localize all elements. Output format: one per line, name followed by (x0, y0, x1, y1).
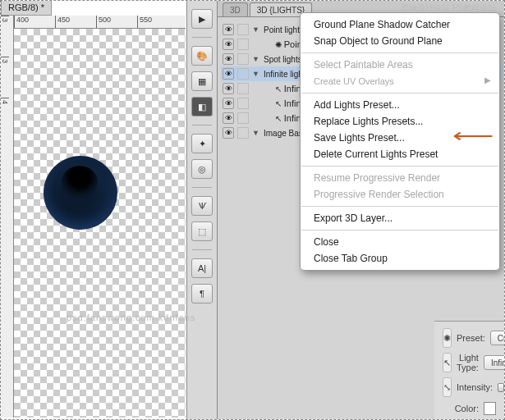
cube-icon[interactable]: ⬚ (191, 221, 213, 241)
light-preset-icon[interactable]: ✺ (443, 328, 452, 348)
type-a-icon[interactable]: A| (191, 258, 213, 278)
menu-separator (301, 166, 498, 167)
intensity-label: Intensity: (457, 382, 493, 392)
visibility-icon[interactable]: 👁 (223, 53, 234, 65)
ruler-tick: 550 (137, 16, 178, 28)
preset-select[interactable]: Custom (490, 331, 505, 345)
circle-icon[interactable]: ◎ (191, 159, 213, 179)
disclosure-icon[interactable]: ▼ (252, 25, 260, 34)
color-label: Color: (455, 404, 479, 413)
menu-close[interactable]: Close (301, 234, 499, 250)
vertical-toolbar: ▶ 🎨 ▦ ◧ ✦ ◎ Ѱ ⬚ A| ¶ (186, 1, 218, 419)
annotation-arrow-icon: ⟵ (452, 126, 494, 147)
watermark-top-text: 思缘设计论坛 PS教程论坛 (401, 2, 496, 14)
visibility-icon[interactable]: 👁 (223, 24, 234, 35)
slider-thumb[interactable] (498, 383, 504, 392)
visibility-icon[interactable]: 👁 (223, 83, 234, 94)
menu-separator (301, 93, 498, 94)
light-type-select[interactable]: Infinite (484, 355, 505, 370)
document-tab[interactable]: RGB/8) * (1, 1, 52, 16)
light-aim-icon[interactable]: ⤡ (443, 377, 452, 397)
disclosure-icon[interactable]: ▼ (252, 55, 260, 63)
tab-3d[interactable]: 3D (223, 2, 248, 16)
visibility-icon[interactable]: 👁 (223, 39, 234, 50)
preset-label: Preset: (457, 333, 485, 343)
disclosure-icon[interactable]: ▼ (252, 129, 260, 137)
grid-icon[interactable]: ▦ (191, 71, 213, 91)
visibility-icon[interactable]: 👁 (223, 68, 234, 80)
paragraph-icon[interactable]: ¶ (191, 284, 213, 304)
canvas-checkerboard[interactable] (14, 29, 186, 418)
disclosure-icon[interactable]: ▼ (252, 70, 260, 78)
ruler-tick: 450 (55, 16, 96, 28)
ruler-tick: 4 (1, 98, 9, 139)
submenu-arrow-icon: ▶ (484, 75, 491, 84)
visibility-icon[interactable]: 👁 (223, 112, 234, 124)
palette-icon[interactable]: 🎨 (191, 46, 213, 66)
menu-ground-plane-shadow[interactable]: Ground Plane Shadow Catcher (301, 16, 499, 33)
visibility-icon[interactable]: 👁 (223, 127, 234, 139)
menu-separator (301, 52, 498, 53)
menu-separator (301, 206, 498, 207)
menu-select-paintable: Select Paintable Areas (301, 57, 499, 73)
ruler-tick: 400 (14, 16, 55, 28)
ruler-tick: 3 (1, 57, 9, 98)
dark-tool-icon[interactable]: ◧ (191, 97, 213, 116)
ruler-horizontal: 400 450 500 550 (14, 16, 186, 29)
ruler-tick: 500 (96, 16, 137, 28)
color-swatch[interactable] (484, 402, 496, 415)
play-icon[interactable]: ▶ (191, 9, 213, 29)
wand-icon[interactable]: ✦ (191, 134, 213, 153)
light-type-label: Light Type: (457, 353, 479, 372)
watermark-text: psd.fanswong.com kdnfans (67, 313, 195, 322)
canvas-area: 400 450 500 550 3 3 4 (1, 16, 186, 418)
menu-resume-render: Resume Progressive Render (301, 170, 499, 186)
visibility-icon[interactable]: 👁 (223, 98, 234, 109)
menu-export-3d-layer[interactable]: Export 3D Layer... (301, 210, 499, 226)
menu-separator (301, 230, 498, 231)
menu-create-uv: Create UV Overlays▶ (301, 73, 499, 89)
ruler-tick: 3 (1, 16, 9, 57)
ruler-vertical: 3 3 4 (1, 16, 14, 418)
menu-snap-object[interactable]: Snap Object to Ground Plane (301, 33, 499, 49)
light-properties-panel: ✺ Preset: Custom ↖ Light Type: Infinite … (434, 321, 504, 419)
3d-object-sphere[interactable] (44, 156, 117, 230)
menu-add-lights-preset[interactable]: Add Lights Preset... (301, 97, 499, 113)
menu-delete-lights-preset[interactable]: Delete Current Lights Preset (301, 146, 499, 162)
menu-close-tab-group[interactable]: Close Tab Group (301, 250, 499, 267)
light-type-icon[interactable]: ↖ (443, 353, 452, 372)
usb-icon[interactable]: Ѱ (191, 196, 213, 216)
menu-render-selection: Progressive Render Selection (301, 186, 499, 203)
